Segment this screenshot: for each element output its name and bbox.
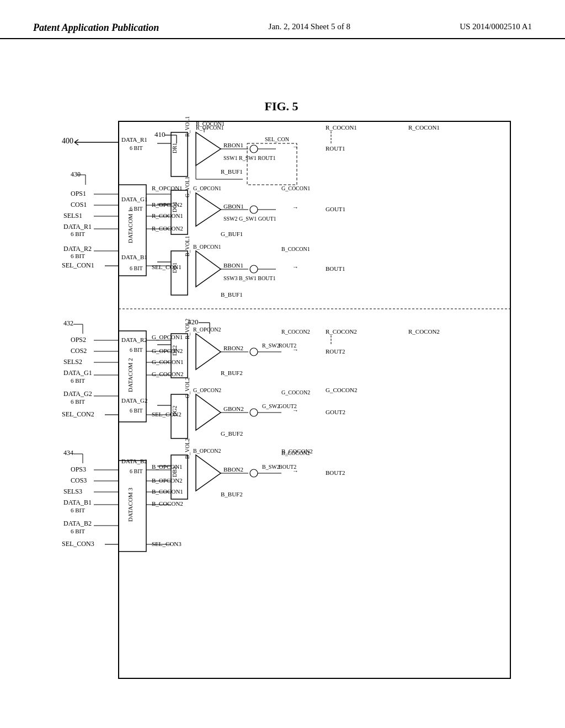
svg-marker-156 <box>196 334 221 370</box>
svg-text:→: → <box>292 143 299 150</box>
svg-text:R_COCON1: R_COCON1 <box>408 124 440 131</box>
svg-text:DATA_G2: DATA_G2 <box>121 397 147 404</box>
svg-text:6 BIT: 6 BIT <box>71 528 85 534</box>
svg-text:400: 400 <box>62 137 73 145</box>
svg-text:→: → <box>292 204 299 211</box>
svg-text:R_SW2: R_SW2 <box>262 342 280 349</box>
svg-text:BBON1: BBON1 <box>223 262 243 269</box>
svg-text:R_COCON1: R_COCON1 <box>196 121 225 127</box>
header-center: Jan. 2, 2014 Sheet 5 of 8 <box>269 22 350 31</box>
svg-text:R_COCON1: R_COCON1 <box>326 124 357 131</box>
svg-text:G_OPCON2: G_OPCON2 <box>193 387 221 393</box>
svg-text:ROUT1: ROUT1 <box>326 145 345 152</box>
svg-text:G_OPCON2: G_OPCON2 <box>152 347 183 354</box>
svg-point-50 <box>250 145 258 153</box>
svg-text:6 BIT: 6 BIT <box>130 206 143 212</box>
svg-text:B_BUF2: B_BUF2 <box>221 491 243 497</box>
svg-text:DATA_G1: DATA_G1 <box>121 196 147 202</box>
svg-text:SEL_CON3: SEL_CON3 <box>152 540 182 547</box>
svg-text:DATA_G2: DATA_G2 <box>63 390 92 398</box>
svg-text:R_COCON2: R_COCON2 <box>152 225 183 232</box>
svg-text:→: → <box>292 264 299 270</box>
svg-text:BOUT2: BOUT2 <box>326 469 345 476</box>
svg-text:R_BUF2: R_BUF2 <box>221 370 243 376</box>
svg-text:SSW3  B_SW1  BOUT1: SSW3 B_SW1 BOUT1 <box>223 275 275 281</box>
svg-text:SEL_CON1: SEL_CON1 <box>62 261 94 269</box>
svg-text:COS1: COS1 <box>71 201 87 208</box>
svg-text:DATA_G1: DATA_G1 <box>63 369 92 377</box>
svg-text:DR2: DR2 <box>172 345 178 356</box>
svg-text:DATACOM 1: DATACOM 1 <box>127 209 134 243</box>
svg-text:B_COCON1: B_COCON1 <box>281 246 310 252</box>
svg-text:→: → <box>292 407 299 414</box>
svg-text:DATACOM 2: DATACOM 2 <box>127 358 134 392</box>
svg-text:G_OPCON1: G_OPCON1 <box>152 334 183 340</box>
svg-text:BOUT1: BOUT1 <box>326 265 345 272</box>
svg-text:B_OPCON1: B_OPCON1 <box>152 463 183 470</box>
svg-text:OPS3: OPS3 <box>71 465 86 473</box>
svg-text:B_OPCON2: B_OPCON2 <box>193 448 221 454</box>
svg-text:G_BUF2: G_BUF2 <box>221 430 243 437</box>
svg-text:R_COCON1: R_COCON1 <box>152 212 183 219</box>
svg-text:R_COCON2: R_COCON2 <box>326 328 357 335</box>
svg-text:GBON2: GBON2 <box>223 405 244 412</box>
svg-text:G_COCON2: G_COCON2 <box>326 387 357 393</box>
svg-text:434: 434 <box>63 449 73 457</box>
svg-text:GBON1: GBON1 <box>223 203 244 210</box>
svg-text:G_SW2: G_SW2 <box>262 403 280 409</box>
svg-text:COS3: COS3 <box>71 477 87 484</box>
svg-text:G_COCON1: G_COCON1 <box>281 185 310 191</box>
svg-text:G_COCON2: G_COCON2 <box>281 389 310 395</box>
svg-text:R_OPCON2: R_OPCON2 <box>152 201 183 208</box>
svg-point-192 <box>250 469 258 477</box>
svg-text:SSW1  R_SW1  ROUT1: SSW1 R_SW1 ROUT1 <box>223 155 275 161</box>
svg-text:B_SW2: B_SW2 <box>262 464 280 470</box>
page-header: Patent Application Publication Jan. 2, 2… <box>0 0 565 39</box>
svg-point-160 <box>250 348 258 356</box>
svg-text:6 BIT: 6 BIT <box>130 145 143 151</box>
header-right: US 2014/0002510 A1 <box>460 22 532 31</box>
svg-text:OPS2: OPS2 <box>71 336 86 344</box>
svg-text:6 BIT: 6 BIT <box>71 253 85 259</box>
svg-text:ROUT2: ROUT2 <box>326 348 345 355</box>
svg-text:B_OPCON1: B_OPCON1 <box>193 244 221 250</box>
svg-marker-79 <box>196 251 221 287</box>
svg-text:B_BUF1: B_BUF1 <box>221 291 243 298</box>
svg-text:432: 432 <box>63 319 73 327</box>
svg-text:G_VOL2: G_VOL2 <box>184 377 190 398</box>
svg-text:6 BIT: 6 BIT <box>130 347 143 353</box>
svg-text:G_COCON1: G_COCON1 <box>152 358 183 365</box>
svg-rect-56 <box>247 143 297 185</box>
svg-text:G_BUF1: G_BUF1 <box>221 231 243 237</box>
svg-text:B_VOL1: B_VOL1 <box>184 236 190 256</box>
svg-text:R_OPCON2: R_OPCON2 <box>193 326 221 333</box>
svg-text:R_VOL2: R_VOL2 <box>184 319 190 339</box>
svg-text:→: → <box>292 468 299 474</box>
svg-text:6 BIT: 6 BIT <box>71 377 85 384</box>
svg-text:DATA_R1: DATA_R1 <box>121 136 147 143</box>
svg-text:→: → <box>292 346 299 353</box>
svg-text:B_COCON2: B_COCON2 <box>152 500 183 507</box>
svg-text:R_VOL1: R_VOL1 <box>184 116 190 137</box>
svg-marker-188 <box>196 455 221 491</box>
svg-text:SELS2: SELS2 <box>63 358 82 366</box>
svg-text:COS2: COS2 <box>71 347 87 355</box>
svg-point-68 <box>250 206 258 213</box>
svg-text:FIG. 5: FIG. 5 <box>264 99 298 113</box>
svg-text:DATA_B2: DATA_B2 <box>121 458 147 464</box>
svg-text:DATA_B1: DATA_B1 <box>121 254 147 260</box>
svg-text:DATA_R2: DATA_R2 <box>121 336 147 343</box>
diagram-area: FIG. 5 400 430 OPS1 COS1 SELS1 DATA_R1 6… <box>33 88 532 673</box>
svg-text:SEL_CON2: SEL_CON2 <box>62 410 94 418</box>
svg-text:DG1: DG1 <box>172 202 178 212</box>
svg-text:DATA_B2: DATA_B2 <box>63 520 92 527</box>
svg-text:430: 430 <box>71 170 81 178</box>
svg-rect-38 <box>171 132 188 176</box>
svg-marker-172 <box>196 394 221 430</box>
header-left: Patent Application Publication <box>33 22 159 34</box>
svg-text:B_VOL2: B_VOL2 <box>184 438 190 459</box>
svg-text:BBON2: BBON2 <box>223 466 243 473</box>
svg-text:R_COCON2: R_COCON2 <box>408 328 440 335</box>
svg-text:GOUT2: GOUT2 <box>326 409 345 415</box>
svg-text:RBON1: RBON1 <box>223 142 243 148</box>
